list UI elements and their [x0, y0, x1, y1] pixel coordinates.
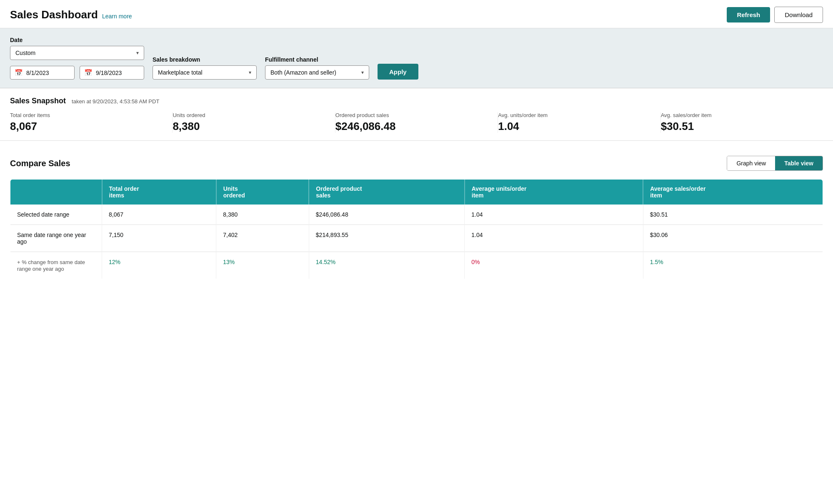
col-header-ordered-product-sales: Ordered productsales: [309, 180, 464, 205]
fulfillment-label: Fulfillment channel: [265, 56, 369, 63]
page-title: Sales Dashboard: [10, 8, 98, 21]
table-header-row: Total orderitems Unitsordered Ordered pr…: [10, 180, 823, 205]
sales-breakdown-filter-group: Sales breakdown Marketplace total ▾: [153, 56, 257, 80]
metric-value-4: $30.51: [661, 120, 823, 133]
calendar-icon-start: 📅: [15, 69, 23, 77]
filter-row: Date Custom ▾ 📅 8/1/2023 📅 9/18/2023: [10, 37, 823, 80]
table-row: Selected date range 8,067 8,380 $246,086…: [10, 205, 823, 225]
title-area: Sales Dashboard Learn more: [10, 8, 132, 21]
row-pct-avg-sales: 1.5%: [643, 252, 823, 279]
metric-value-1: 8,380: [173, 120, 335, 133]
snapshot-metrics: Total order items 8,067 Units ordered 8,…: [10, 112, 823, 133]
compare-title: Compare Sales: [10, 159, 70, 168]
header-actions: Refresh Download: [727, 7, 823, 23]
compare-table: Total orderitems Unitsordered Ordered pr…: [10, 179, 823, 279]
row-selected-product-sales: $246,086.48: [309, 205, 464, 225]
row-selected-units: 8,380: [216, 205, 309, 225]
snapshot-section: Sales Snapshot taken at 9/20/2023, 4:53:…: [0, 88, 833, 141]
view-toggle: Graph view Table view: [727, 156, 823, 171]
col-header-units-ordered: Unitsordered: [216, 180, 309, 205]
chevron-down-icon: ▾: [361, 70, 364, 75]
sales-breakdown-value: Marketplace total: [158, 69, 203, 76]
row-pct-total-order: 12%: [102, 252, 216, 279]
table-view-button[interactable]: Table view: [775, 156, 823, 170]
end-date-input[interactable]: 📅 9/18/2023: [80, 66, 144, 80]
date-filter-label: Date: [10, 37, 144, 43]
end-date-value: 9/18/2023: [96, 70, 122, 76]
col-header-row-label: [10, 180, 102, 205]
metric-value-2: $246,086.48: [335, 120, 498, 133]
refresh-button[interactable]: Refresh: [727, 7, 770, 22]
metric-value-0: 8,067: [10, 120, 172, 133]
start-date-input[interactable]: 📅 8/1/2023: [10, 66, 75, 80]
sales-breakdown-label: Sales breakdown: [153, 56, 257, 63]
metric-units-ordered: Units ordered 8,380: [173, 112, 335, 133]
fulfillment-value: Both (Amazon and seller): [270, 69, 336, 76]
fulfillment-select[interactable]: Both (Amazon and seller) ▾: [265, 65, 369, 80]
learn-more-link[interactable]: Learn more: [102, 13, 132, 20]
download-button[interactable]: Download: [774, 7, 823, 23]
sales-breakdown-select[interactable]: Marketplace total ▾: [153, 65, 257, 80]
page-header: Sales Dashboard Learn more Refresh Downl…: [0, 0, 833, 28]
graph-view-button[interactable]: Graph view: [727, 156, 775, 170]
date-select[interactable]: Custom ▾: [10, 46, 144, 60]
metric-label-4: Avg. sales/order item: [661, 112, 823, 118]
row-selected-avg-sales: $30.51: [643, 205, 823, 225]
row-yearago-total-order: 7,150: [102, 225, 216, 252]
row-pct-avg-units: 0%: [465, 252, 643, 279]
row-label-year-ago: Same date range one year ago: [10, 225, 102, 252]
metric-label-1: Units ordered: [173, 112, 335, 118]
metric-avg-units-per-order: Avg. units/order item 1.04: [498, 112, 660, 133]
date-filter-group: Date Custom ▾ 📅 8/1/2023 📅 9/18/2023: [10, 37, 144, 80]
metric-label-3: Avg. units/order item: [498, 112, 660, 118]
chevron-down-icon: ▾: [136, 50, 139, 56]
row-yearago-avg-units: 1.04: [465, 225, 643, 252]
row-yearago-avg-sales: $30.06: [643, 225, 823, 252]
snapshot-header: Sales Snapshot taken at 9/20/2023, 4:53:…: [10, 97, 823, 105]
compare-header: Compare Sales Graph view Table view: [10, 156, 823, 171]
date-select-value: Custom: [15, 50, 35, 56]
filter-bar: Date Custom ▾ 📅 8/1/2023 📅 9/18/2023: [0, 28, 833, 88]
col-header-avg-units: Average units/orderitem: [465, 180, 643, 205]
row-yearago-product-sales: $214,893.55: [309, 225, 464, 252]
metric-avg-sales-per-order: Avg. sales/order item $30.51: [661, 112, 823, 133]
fulfillment-filter-group: Fulfillment channel Both (Amazon and sel…: [265, 56, 369, 80]
metric-label-2: Ordered product sales: [335, 112, 498, 118]
row-selected-total-order: 8,067: [102, 205, 216, 225]
metric-value-3: 1.04: [498, 120, 660, 133]
col-header-avg-sales: Average sales/orderitem: [643, 180, 823, 205]
metric-label-0: Total order items: [10, 112, 172, 118]
calendar-icon-end: 📅: [84, 69, 93, 77]
start-date-value: 8/1/2023: [26, 70, 49, 76]
table-row: + % change from same date range one year…: [10, 252, 823, 279]
row-yearago-units: 7,402: [216, 225, 309, 252]
row-label-selected: Selected date range: [10, 205, 102, 225]
metric-ordered-product-sales: Ordered product sales $246,086.48: [335, 112, 498, 133]
table-row: Same date range one year ago 7,150 7,402…: [10, 225, 823, 252]
row-pct-product-sales: 14.52%: [309, 252, 464, 279]
chevron-down-icon: ▾: [249, 70, 251, 75]
compare-sales-section: Compare Sales Graph view Table view Tota…: [0, 146, 833, 291]
row-pct-units: 13%: [216, 252, 309, 279]
col-header-total-order-items: Total orderitems: [102, 180, 216, 205]
apply-button[interactable]: Apply: [378, 64, 418, 80]
snapshot-title: Sales Snapshot: [10, 97, 66, 105]
row-selected-avg-units: 1.04: [465, 205, 643, 225]
snapshot-timestamp: taken at 9/20/2023, 4:53:58 AM PDT: [72, 98, 159, 105]
metric-total-order-items: Total order items 8,067: [10, 112, 173, 133]
date-inputs-row: 📅 8/1/2023 📅 9/18/2023: [10, 66, 144, 80]
row-label-pct-change: + % change from same date range one year…: [10, 252, 102, 279]
